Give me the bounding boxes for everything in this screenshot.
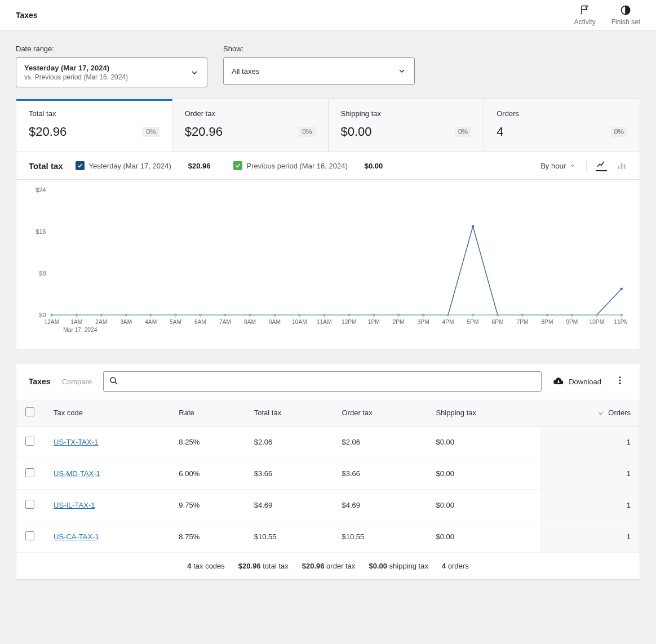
col-rate[interactable]: Rate (170, 399, 245, 427)
cell-total: $10.55 (245, 521, 333, 553)
col-orders[interactable]: Orders (540, 399, 640, 427)
bar-chart-icon (617, 161, 627, 171)
cell-orders: 1 (540, 458, 640, 490)
tax-code-link[interactable]: US-CA-TAX-1 (54, 532, 99, 541)
summary-item: $0.00 shipping tax (369, 562, 428, 570)
col-tax-code[interactable]: Tax code (45, 399, 170, 427)
summary-item: 4 orders (442, 562, 469, 570)
kpi-value: $20.96 (29, 125, 67, 139)
row-checkbox[interactable] (25, 531, 34, 540)
svg-rect-3 (621, 163, 623, 170)
date-range-select[interactable]: Yesterday (Mar 17, 2024) vs. Previous pe… (16, 57, 207, 87)
line-chart-button[interactable] (596, 160, 607, 171)
kpi-delta: 0% (299, 127, 315, 137)
svg-text:2AM: 2AM (95, 319, 107, 325)
row-checkbox[interactable] (25, 468, 34, 477)
cell-order: $3.66 (333, 458, 427, 490)
cell-total: $3.66 (245, 458, 333, 490)
summary-item: 4 tax codes (187, 562, 225, 570)
cell-total: $4.69 (245, 490, 333, 521)
cell-rate: 8.25% (170, 427, 245, 458)
svg-text:5AM: 5AM (170, 319, 181, 325)
chevron-down-icon (569, 162, 576, 169)
tax-code-link[interactable]: US-TX-TAX-1 (54, 438, 98, 446)
legend-current-value: $20.96 (188, 162, 211, 170)
col-order-tax[interactable]: Order tax (333, 399, 427, 427)
interval-select[interactable]: By hour (540, 162, 576, 170)
table-row: US-MD-TAX-1 6.00% $3.66 $3.66 $0.00 1 (16, 458, 640, 490)
legend-previous-value: $0.00 (365, 162, 383, 170)
cell-rate: 9.75% (170, 490, 245, 521)
cell-order: $10.55 (333, 521, 427, 553)
kpi-value: $0.00 (341, 125, 372, 139)
checkbox-checked-icon (76, 161, 85, 170)
cell-order: $4.69 (333, 490, 427, 521)
tax-code-link[interactable]: US-IL-TAX-1 (54, 501, 95, 509)
svg-text:$16: $16 (36, 228, 46, 235)
kpi-label: Order tax (185, 109, 316, 118)
cell-orders: 1 (540, 490, 640, 521)
line-chart-icon (596, 159, 606, 170)
bar-chart-button[interactable] (616, 160, 627, 171)
taxes-table-panel: Taxes Compare Download Tax code Rate Tot… (16, 363, 640, 580)
svg-text:1PM: 1PM (368, 319, 380, 325)
activity-button[interactable]: Activity (574, 5, 596, 26)
select-all-checkbox[interactable] (25, 407, 34, 416)
svg-point-0 (586, 6, 588, 8)
chart-header: Total tax Yesterday (Mar 17, 2024) $20.9… (16, 152, 640, 179)
finish-setup-button[interactable]: Finish set (611, 5, 640, 26)
cell-rate: 8.75% (170, 521, 245, 553)
kpi-tab[interactable]: Shipping tax $0.00 0% (329, 99, 485, 152)
kpi-value: $20.96 (185, 125, 223, 139)
kpi-delta: 0% (611, 127, 627, 137)
kpi-tab[interactable]: Orders 4 0% (484, 99, 640, 152)
filters-row: Date range: Yesterday (Mar 17, 2024) vs.… (0, 31, 656, 99)
svg-point-109 (619, 380, 621, 381)
page-title: Taxes (16, 11, 38, 20)
svg-text:10PM: 10PM (589, 319, 605, 325)
col-total-tax[interactable]: Total tax (245, 399, 333, 427)
kpi-tab[interactable]: Total tax $20.96 0% (16, 99, 172, 152)
cell-shipping: $0.00 (427, 458, 540, 490)
taxes-table: Tax code Rate Total tax Order tax Shippi… (16, 399, 640, 553)
flag-icon (579, 5, 591, 16)
svg-rect-2 (618, 166, 619, 169)
kpi-delta: 0% (143, 127, 159, 137)
table-row: US-CA-TAX-1 8.75% $10.55 $10.55 $0.00 1 (16, 521, 640, 553)
col-shipping-tax[interactable]: Shipping tax (427, 399, 540, 427)
show-select[interactable]: All taxes (223, 57, 415, 85)
contrast-icon (620, 5, 631, 16)
top-bar: Taxes Activity Finish set (0, 0, 656, 31)
cell-total: $2.06 (245, 427, 333, 458)
svg-point-108 (619, 376, 621, 378)
tax-code-link[interactable]: US-MD-TAX-1 (54, 469, 100, 478)
compare-button[interactable]: Compare (62, 377, 92, 386)
svg-text:10AM: 10AM (292, 319, 307, 325)
search-input[interactable] (103, 371, 542, 392)
row-checkbox[interactable] (25, 500, 34, 509)
kpi-label: Shipping tax (341, 109, 472, 118)
legend-current[interactable]: Yesterday (Mar 17, 2024) (76, 161, 171, 170)
kpi-label: Total tax (29, 109, 159, 118)
table-row: US-TX-TAX-1 8.25% $2.06 $2.06 $0.00 1 (16, 427, 640, 458)
svg-text:6AM: 6AM (194, 319, 206, 325)
svg-text:1AM: 1AM (70, 319, 82, 325)
download-button[interactable]: Download (553, 376, 601, 387)
svg-text:9AM: 9AM (269, 319, 281, 325)
svg-text:2PM: 2PM (393, 319, 405, 325)
cell-orders: 1 (540, 427, 640, 458)
cell-shipping: $0.00 (427, 521, 540, 553)
svg-text:4PM: 4PM (442, 319, 454, 325)
svg-text:11PM: 11PM (614, 319, 627, 325)
more-options-button[interactable] (613, 373, 627, 390)
cell-shipping: $0.00 (427, 427, 540, 458)
svg-text:3AM: 3AM (120, 319, 132, 325)
kpi-tab[interactable]: Order tax $20.96 0% (172, 99, 329, 152)
cell-shipping: $0.00 (427, 490, 540, 521)
legend-previous[interactable]: Previous period (Mar 16, 2024) (233, 161, 348, 170)
svg-text:7AM: 7AM (219, 319, 231, 325)
cloud-download-icon (553, 376, 564, 387)
svg-text:11AM: 11AM (317, 319, 332, 325)
chart-area: $0$8$16$2412AM1AM2AM3AM4AM5AM6AM7AM8AM9A… (16, 179, 640, 349)
row-checkbox[interactable] (25, 437, 34, 446)
